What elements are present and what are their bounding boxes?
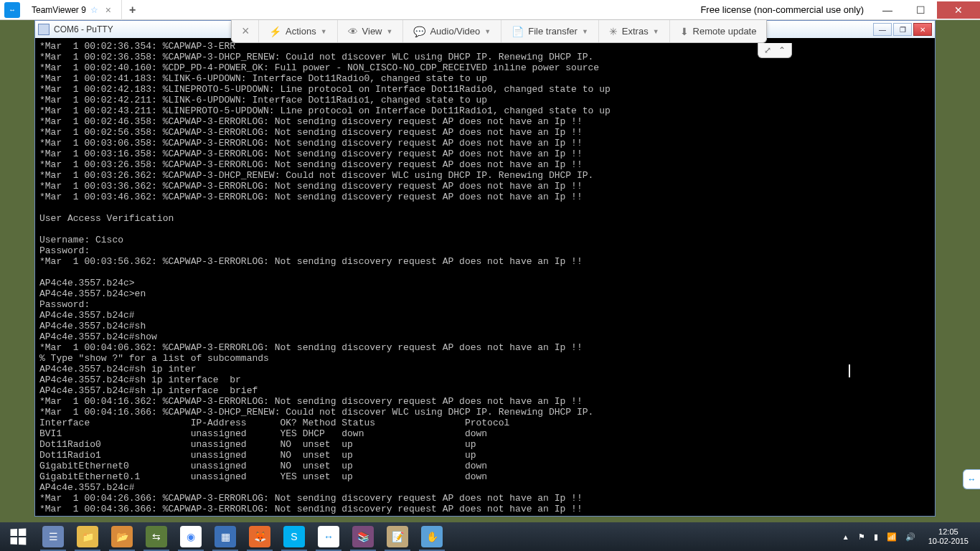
clock-time: 12:05	[928, 527, 969, 537]
teamviewer-taskbar-icon: ↔	[318, 526, 339, 547]
notepad-icon: 📝	[387, 526, 408, 547]
taskbar-item[interactable]: ✋	[415, 522, 449, 551]
chevron-down-icon: ▼	[653, 28, 659, 35]
system-tray: ▲ ⚑ ▮ 📶 🔊 12:05 10-02-2015	[835, 527, 980, 546]
taskbar-item[interactable]: ⇆	[139, 522, 174, 551]
teamviewer-minibar: ⤢ ⌃	[758, 43, 792, 58]
chat-icon: 💬	[413, 26, 425, 37]
text-cursor-icon	[849, 364, 850, 377]
start-button[interactable]	[0, 522, 36, 551]
actions-menu[interactable]: ⚡Actions▼	[259, 20, 338, 42]
star-icon[interactable]: ☆	[90, 5, 98, 15]
teamviewer-toolbar: × ⚡Actions▼ 👁View▼ 💬Audio/Video▼ 📄File t…	[231, 20, 767, 43]
gear-icon: ✳	[609, 26, 618, 37]
tab-close-icon[interactable]: ×	[103, 4, 114, 16]
taskbar-item[interactable]: ◉	[174, 522, 208, 551]
eye-icon: 👁	[348, 26, 358, 37]
teamviewer-side-badge[interactable]: ↔	[963, 469, 980, 489]
firefox-icon: 🦊	[249, 526, 270, 547]
volume-icon[interactable]: 🔊	[905, 532, 915, 542]
add-tab-button[interactable]: +	[122, 4, 143, 17]
maximize-button[interactable]: ☐	[904, 1, 937, 19]
taskbar-item[interactable]: ▦	[208, 522, 242, 551]
taskbar-item[interactable]: 🦊	[242, 522, 277, 551]
explorer-icon: 📁	[77, 526, 98, 547]
remoteupdate-button[interactable]: ⬇Remote update	[670, 20, 767, 42]
taskbar: ☰ 📁 📂 ⇆ ◉ ▦ 🦊 S ↔ 📚 📝 ✋ ▲ ⚑ ▮ 📶 🔊 12:05 …	[0, 522, 980, 551]
minimize-button[interactable]: —	[871, 1, 904, 19]
putty-minimize-button[interactable]: —	[873, 23, 892, 36]
file-icon: 📄	[512, 26, 524, 37]
license-note: Free license (non-commercial use only)	[700, 4, 864, 15]
chevron-down-icon: ▼	[387, 28, 393, 35]
taskbar-item[interactable]: ↔	[311, 522, 346, 551]
extras-menu[interactable]: ✳Extras▼	[599, 20, 670, 42]
view-menu[interactable]: 👁View▼	[338, 20, 404, 42]
terminal-output[interactable]: *Mar 1 00:02:36.354: %CAPWAP-3-ERR *Mar …	[35, 38, 935, 516]
chevron-down-icon: ▼	[321, 28, 327, 35]
putty-title: COM6 - PuTTY	[54, 24, 113, 34]
chevron-down-icon: ▼	[484, 28, 491, 35]
teamviewer-titlebar: ↔ TeamViewer 9 ☆ × + Free license (non-c…	[0, 0, 980, 20]
download-icon: ⬇	[680, 26, 689, 37]
app-icon: ▦	[215, 526, 236, 547]
putty-maximize-button[interactable]: ❐	[893, 23, 912, 36]
hand-icon: ✋	[421, 526, 443, 547]
toolbar-close-button[interactable]: ×	[232, 20, 259, 42]
filetransfer-menu[interactable]: 📄File transfer▼	[501, 20, 599, 42]
chevron-down-icon: ▼	[582, 28, 588, 35]
teamviewer-logo-icon: ↔	[4, 2, 20, 18]
putty-taskbar-icon: ☰	[42, 526, 64, 547]
putty-close-button[interactable]: ✕	[913, 23, 932, 36]
windows-logo-icon	[11, 529, 27, 545]
taskbar-item[interactable]: 📁	[70, 522, 105, 551]
winrar-icon: 📚	[352, 526, 374, 547]
taskbar-item[interactable]: S	[277, 522, 311, 551]
bolt-icon: ⚡	[269, 26, 281, 37]
collapse-icon[interactable]: ⌃	[778, 45, 786, 55]
flag-icon[interactable]: ⚑	[858, 532, 865, 542]
teamviewer-tab[interactable]: TeamViewer 9 ☆ ×	[24, 0, 122, 20]
taskbar-item[interactable]: ☰	[36, 522, 70, 551]
network-icon[interactable]: 📶	[887, 532, 897, 542]
audiovideo-menu[interactable]: 💬Audio/Video▼	[403, 20, 501, 42]
tray-overflow-icon[interactable]: ▲	[842, 533, 849, 541]
window-controls: — ☐ ✕	[871, 1, 980, 19]
folder-icon: 📂	[111, 526, 133, 547]
putty-window: COM6 - PuTTY — ❐ ✕ *Mar 1 00:02:36.354: …	[34, 20, 936, 517]
taskbar-item[interactable]: 📚	[346, 522, 380, 551]
winscp-icon: ⇆	[146, 526, 167, 547]
close-button[interactable]: ✕	[937, 1, 980, 19]
taskbar-item[interactable]: 📂	[105, 522, 139, 551]
putty-icon	[38, 24, 50, 35]
battery-icon[interactable]: ▮	[874, 532, 878, 542]
taskbar-item[interactable]: 📝	[380, 522, 415, 551]
tab-title: TeamViewer 9	[32, 5, 86, 15]
taskbar-clock[interactable]: 12:05 10-02-2015	[924, 527, 973, 546]
fullscreen-icon[interactable]: ⤢	[764, 45, 771, 55]
chrome-icon: ◉	[180, 526, 202, 547]
clock-date: 10-02-2015	[928, 537, 969, 546]
skype-icon: S	[283, 526, 305, 547]
